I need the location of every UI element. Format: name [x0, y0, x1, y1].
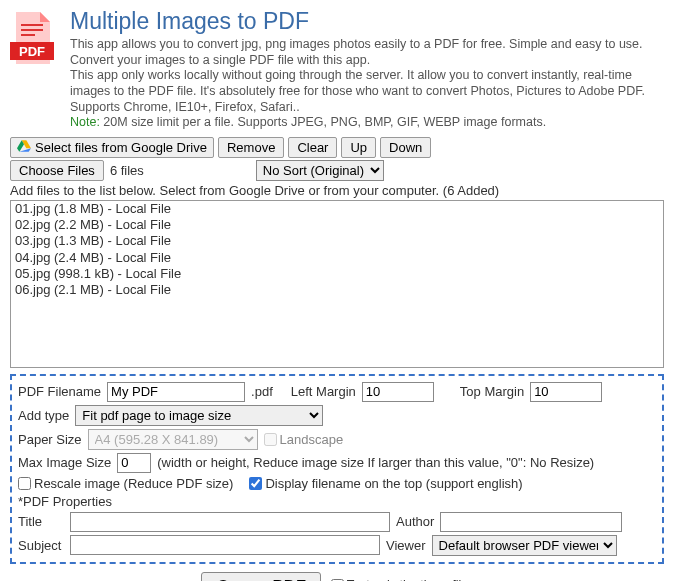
pdf-properties-heading: *PDF Properties: [18, 494, 656, 509]
pdf-ext-label: .pdf: [251, 384, 273, 399]
down-button[interactable]: Down: [380, 137, 431, 158]
description-1: This app allows you to convert jpg, png …: [70, 37, 666, 68]
gdrive-icon: [17, 140, 31, 155]
subject-label: Subject: [18, 538, 64, 553]
list-item[interactable]: 06.jpg (2.1 MB) - Local File: [15, 282, 659, 298]
note-text: 20M size limit per a file. Supports JPEG…: [100, 115, 546, 129]
paper-size-select[interactable]: A4 (595.28 X 841.89): [88, 429, 258, 450]
pdf-icon: PDF: [10, 8, 60, 131]
pdf-filename-label: PDF Filename: [18, 384, 101, 399]
svg-text:PDF: PDF: [19, 44, 45, 59]
subject-input[interactable]: [70, 535, 380, 555]
max-image-size-label: Max Image Size: [18, 455, 111, 470]
list-item[interactable]: 04.jpg (2.4 MB) - Local File: [15, 250, 659, 266]
choose-files-button[interactable]: Choose Files: [10, 160, 104, 181]
title-input[interactable]: [70, 512, 390, 532]
list-item[interactable]: 01.jpg (1.8 MB) - Local File: [15, 201, 659, 217]
up-button[interactable]: Up: [341, 137, 376, 158]
file-count-label: 6 files: [110, 163, 144, 178]
options-panel: PDF Filename .pdf Left Margin Top Margin…: [10, 374, 664, 564]
left-margin-input[interactable]: [362, 382, 434, 402]
max-image-size-input[interactable]: [117, 453, 151, 473]
svg-rect-0: [21, 24, 43, 26]
note-label: Note:: [70, 115, 100, 129]
paper-size-label: Paper Size: [18, 432, 82, 447]
max-image-size-hint: (width or height, Reduce image size If l…: [157, 455, 594, 470]
gdrive-button-label: Select files from Google Drive: [35, 140, 207, 155]
title-label: Title: [18, 514, 64, 529]
landscape-checkbox[interactable]: [264, 433, 277, 446]
display-filename-checkbox[interactable]: [249, 477, 262, 490]
list-item[interactable]: 03.jpg (1.3 MB) - Local File: [15, 233, 659, 249]
landscape-label: Landscape: [280, 432, 344, 447]
svg-rect-2: [21, 34, 35, 36]
left-margin-label: Left Margin: [291, 384, 356, 399]
description-2: This app only works locally without goin…: [70, 68, 666, 115]
note-line: Note: 20M size limit per a file. Support…: [70, 115, 666, 131]
page-title: Multiple Images to PDF: [70, 8, 666, 35]
create-pdf-button[interactable]: Create PDF: [201, 572, 321, 581]
rescale-label: Rescale image (Reduce PDF size): [34, 476, 233, 491]
sort-select[interactable]: No Sort (Original): [256, 160, 384, 181]
author-input[interactable]: [440, 512, 622, 532]
rescale-checkbox[interactable]: [18, 477, 31, 490]
remove-button[interactable]: Remove: [218, 137, 284, 158]
author-label: Author: [396, 514, 434, 529]
viewer-label: Viewer: [386, 538, 426, 553]
top-margin-input[interactable]: [530, 382, 602, 402]
list-item[interactable]: 05.jpg (998.1 kB) - Local File: [15, 266, 659, 282]
top-margin-label: Top Margin: [460, 384, 524, 399]
svg-rect-1: [21, 29, 43, 31]
select-from-gdrive-button[interactable]: Select files from Google Drive: [10, 137, 214, 158]
display-filename-label: Display filename on the top (support eng…: [265, 476, 522, 491]
file-list[interactable]: 01.jpg (1.8 MB) - Local File 02.jpg (2.2…: [10, 200, 664, 368]
viewer-select[interactable]: Default browser PDF viewer: [432, 535, 617, 556]
add-type-label: Add type: [18, 408, 69, 423]
list-item[interactable]: 02.jpg (2.2 MB) - Local File: [15, 217, 659, 233]
instruction-text: Add files to the list below. Select from…: [10, 183, 666, 198]
clear-button[interactable]: Clear: [288, 137, 337, 158]
add-type-select[interactable]: Fit pdf page to image size: [75, 405, 323, 426]
pdf-filename-input[interactable]: [107, 382, 245, 402]
